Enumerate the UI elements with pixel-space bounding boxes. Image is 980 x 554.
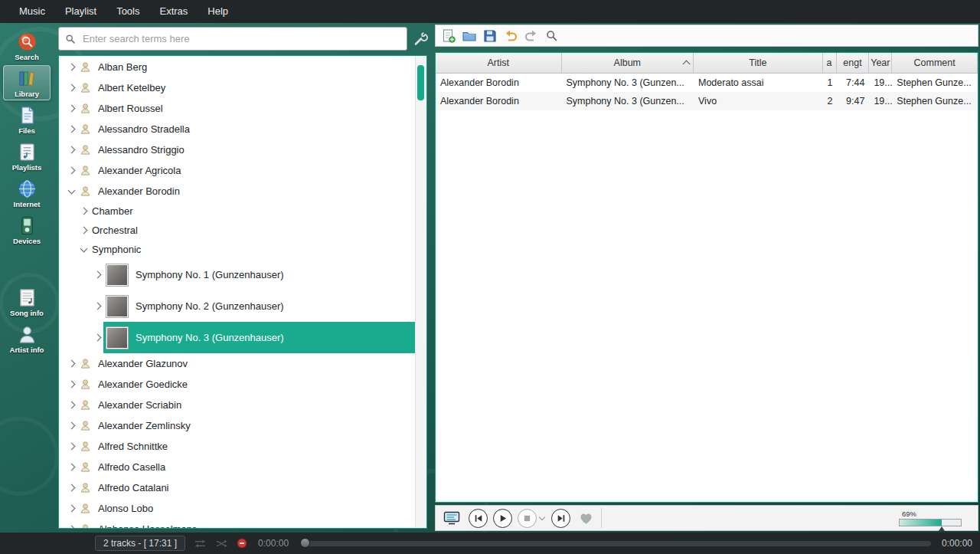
sidebar-item-song-info[interactable]: Song info xyxy=(3,284,51,320)
play-button[interactable] xyxy=(493,509,512,528)
expander-chevron-icon[interactable] xyxy=(67,381,75,388)
tree-item-artist[interactable]: Alban Berg xyxy=(59,57,416,77)
sidebar-item-playlists[interactable]: Playlists xyxy=(3,139,51,174)
tree-item-artist[interactable]: Alexander Goedicke xyxy=(59,374,416,395)
tree-item-artist[interactable]: Alfredo Catalani xyxy=(59,477,416,498)
tree-item-artist[interactable]: Alessandro Stradella xyxy=(59,119,416,139)
expander-chevron-icon[interactable] xyxy=(67,146,75,154)
tree-item-label: Alexander Borodin xyxy=(98,185,180,197)
tree-item-artist[interactable]: Alfred Schnittke xyxy=(59,436,416,457)
tree-item-album[interactable]: Symphony No. 2 (Gunzenhauser) xyxy=(59,290,416,322)
next-button[interactable] xyxy=(551,509,570,528)
tree-item-album[interactable]: Symphony No. 3 (Gunzenhauser) xyxy=(59,322,416,353)
undo-icon[interactable] xyxy=(501,27,519,44)
repeat-icon[interactable] xyxy=(194,539,207,549)
tree-item-album[interactable]: Symphony No. 1 (Gunzenhauser) xyxy=(59,259,416,290)
column-header-album[interactable]: Album xyxy=(562,53,694,73)
expander-chevron-icon[interactable] xyxy=(67,126,75,133)
expander-chevron-icon[interactable] xyxy=(67,360,75,368)
search-field-icon xyxy=(65,34,76,44)
search-input[interactable] xyxy=(81,32,400,45)
stop-button[interactable] xyxy=(518,509,537,528)
sidebar-item-internet[interactable]: Internet xyxy=(3,175,51,211)
tree-item-artist[interactable]: Alexander Glazunov xyxy=(59,353,416,374)
save-playlist-icon[interactable] xyxy=(481,27,498,44)
seek-slider[interactable] xyxy=(301,541,931,546)
tree-scrollbar-thumb[interactable] xyxy=(417,65,424,100)
menu-playlist[interactable]: Playlist xyxy=(55,0,106,23)
tree-item-artist[interactable]: Alexander Agricola xyxy=(59,160,416,181)
menu-tools[interactable]: Tools xyxy=(106,0,149,23)
menu-extras[interactable]: Extras xyxy=(150,0,198,23)
sidebar-item-devices[interactable]: Devices xyxy=(3,212,51,247)
scrobble-toggle-icon[interactable] xyxy=(237,538,247,549)
column-header-title[interactable]: Title xyxy=(694,53,823,73)
volume-bar[interactable] xyxy=(899,519,962,526)
sidebar-item-files[interactable]: Files xyxy=(3,102,51,137)
expander-chevron-icon[interactable] xyxy=(67,422,75,430)
expander-chevron-icon[interactable] xyxy=(67,105,75,113)
column-header-artist[interactable]: Artist xyxy=(436,53,562,73)
expander-chevron-icon[interactable] xyxy=(93,334,101,342)
expander-chevron-icon[interactable] xyxy=(80,227,87,234)
expander-chevron-icon[interactable] xyxy=(67,505,75,513)
expander-chevron-icon[interactable] xyxy=(80,244,87,252)
track-row[interactable]: Alexander BorodinSymphony No. 3 (Gunzen.… xyxy=(436,74,978,92)
previous-button[interactable] xyxy=(469,509,488,528)
stop-menu-chevron-icon[interactable] xyxy=(539,514,545,520)
expander-chevron-icon[interactable] xyxy=(67,64,75,71)
files-icon xyxy=(17,105,38,126)
menu-music[interactable]: Music xyxy=(9,0,55,23)
expander-chevron-icon[interactable] xyxy=(67,484,75,492)
new-playlist-icon[interactable] xyxy=(439,27,457,44)
osd-display-icon[interactable] xyxy=(443,510,461,526)
column-header-comment[interactable]: Comment xyxy=(892,53,978,73)
expander-chevron-icon[interactable] xyxy=(93,271,101,279)
expander-chevron-icon[interactable] xyxy=(80,208,87,215)
tree-item-artist[interactable]: Alessandro Striggio xyxy=(59,139,416,160)
tree-item-artist[interactable]: Alfredo Casella xyxy=(59,457,416,477)
track-table-header: ArtistAlbumTitleaengtYearComment xyxy=(436,53,978,74)
expander-chevron-icon[interactable] xyxy=(67,464,75,471)
menu-help[interactable]: Help xyxy=(198,0,238,23)
shuffle-icon[interactable] xyxy=(215,539,228,549)
volume-marker[interactable] xyxy=(939,526,945,531)
expander-chevron-icon[interactable] xyxy=(67,84,75,92)
search-options-wrench-icon[interactable] xyxy=(413,31,428,47)
album-art-thumbnail xyxy=(106,295,129,318)
tree-item-artist[interactable]: Alexander Zemlinsky xyxy=(59,415,416,436)
expander-chevron-icon[interactable] xyxy=(67,402,75,409)
expander-chevron-icon[interactable] xyxy=(67,526,75,528)
tree-item-artist[interactable]: Alexander Scriabin xyxy=(59,395,416,415)
cell-year: 19... xyxy=(869,74,892,92)
column-header-year[interactable]: Year xyxy=(869,53,892,73)
track-row[interactable]: Alexander BorodinSymphony No. 3 (Gunzen.… xyxy=(436,92,978,110)
expander-chevron-icon[interactable] xyxy=(67,443,75,451)
tree-item-artist[interactable]: Alonso Lobo xyxy=(59,498,416,519)
expander-chevron-icon[interactable] xyxy=(67,186,75,194)
cell-artist: Alexander Borodin xyxy=(436,74,562,92)
tree-item-artist[interactable]: Albert Roussel xyxy=(59,98,416,119)
tree-item-label: Alessandro Stradella xyxy=(98,123,190,135)
seek-handle[interactable] xyxy=(300,538,310,548)
tree-item-category[interactable]: Symphonic xyxy=(59,240,416,259)
sidebar-item-artist-info[interactable]: Artist info xyxy=(3,321,51,356)
sidebar-item-search[interactable]: Search xyxy=(3,28,51,64)
sidebar-item-library[interactable]: Library xyxy=(3,65,51,100)
tree-item-artist[interactable]: Albert Ketelbey xyxy=(59,77,416,98)
column-header-track[interactable]: a xyxy=(823,53,837,73)
redo-icon[interactable] xyxy=(522,27,540,44)
expander-chevron-icon[interactable] xyxy=(67,167,75,175)
open-playlist-icon[interactable] xyxy=(460,27,478,44)
volume-slider[interactable]: 69% xyxy=(899,510,965,526)
expander-chevron-icon[interactable] xyxy=(93,303,101,310)
tree-scrollbar[interactable] xyxy=(415,57,426,527)
love-icon[interactable] xyxy=(579,512,593,525)
tree-item-artist[interactable]: Alphonse Hasselmans xyxy=(59,519,416,528)
tree-item-artist[interactable]: Alexander Borodin xyxy=(59,181,416,202)
tree-item-category[interactable]: Orchestral xyxy=(59,221,416,240)
playlist-toolbar xyxy=(435,25,978,47)
tree-item-category[interactable]: Chamber xyxy=(59,202,416,221)
playlist-search-icon[interactable] xyxy=(543,27,560,44)
column-header-length[interactable]: engt xyxy=(837,53,870,73)
